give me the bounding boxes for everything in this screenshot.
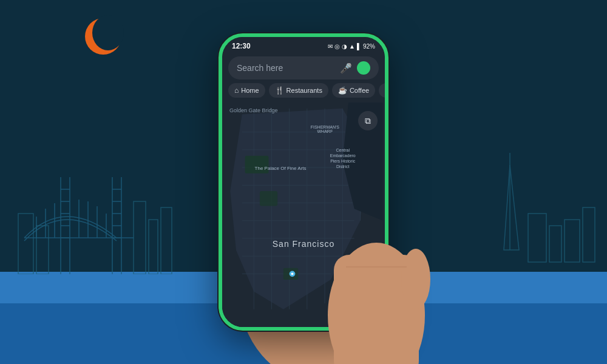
google-dot: [357, 61, 370, 75]
layers-icon: ⧉: [365, 116, 371, 126]
battery-text: 92%: [363, 43, 375, 50]
map-label-fisherman: FISHERMAN'SWHARF: [311, 125, 339, 133]
mic-icon[interactable]: 🎤: [340, 62, 352, 74]
svg-point-64: [291, 272, 294, 275]
chip-coffee[interactable]: ☕ Coffee: [332, 83, 375, 98]
wifi-icon: ▲: [349, 43, 355, 50]
svg-rect-24: [134, 201, 146, 274]
svg-rect-30: [549, 226, 561, 262]
chip-bars[interactable]: 🍸 B: [379, 83, 385, 98]
layers-button[interactable]: ⧉: [358, 111, 378, 130]
chip-home-label: Home: [241, 87, 259, 94]
map-label-golden-gate: Golden Gate Bridge: [229, 107, 278, 113]
chip-home[interactable]: ⌂ Home: [228, 83, 265, 98]
moon-crescent: [85, 18, 121, 55]
svg-rect-60: [260, 191, 277, 206]
status-icons: ✉ ◎ ◑ ▲ ▌ 92%: [328, 43, 375, 50]
signal-icon: ▌: [357, 43, 361, 50]
status-bar: 12:30 ✉ ◎ ◑ ▲ ▌ 92%: [222, 37, 385, 53]
map-label-palace: The Palace Of Fine Arts: [255, 166, 307, 171]
search-actions: 🎤: [340, 61, 370, 75]
svg-rect-32: [583, 207, 595, 262]
coffee-chip-icon: ☕: [338, 86, 347, 95]
restaurants-chip-icon: 🍴: [275, 86, 284, 95]
status-time: 12:30: [232, 42, 251, 50]
location-icon: ◎: [334, 43, 340, 50]
home-chip-icon: ⌂: [234, 86, 239, 95]
svg-point-67: [401, 249, 430, 309]
search-bar[interactable]: Search here 🎤: [228, 56, 379, 79]
map-label-central: CentralEmbarcaderoPiers HistoricDistrict: [330, 147, 356, 169]
email-icon: ✉: [328, 43, 333, 50]
chip-restaurants[interactable]: 🍴 Restaurants: [269, 83, 328, 98]
moon: [85, 18, 121, 55]
svg-rect-23: [36, 226, 49, 274]
chips-row: ⌂ Home 🍴 Restaurants ☕ Coffee 🍸 B: [222, 83, 385, 103]
svg-rect-25: [149, 220, 158, 274]
hand-front: [316, 218, 437, 364]
svg-rect-31: [565, 220, 580, 262]
svg-rect-26: [161, 207, 172, 274]
chip-coffee-label: Coffee: [350, 87, 369, 94]
svg-rect-22: [18, 214, 33, 274]
svg-rect-29: [528, 214, 546, 262]
vpn-icon: ◑: [342, 43, 347, 50]
search-placeholder: Search here: [237, 63, 283, 73]
svg-marker-27: [504, 165, 519, 250]
phone-scene: 12:30 ✉ ◎ ◑ ▲ ▌ 92% Search here 🎤: [182, 12, 425, 352]
chip-restaurants-label: Restaurants: [287, 87, 322, 94]
